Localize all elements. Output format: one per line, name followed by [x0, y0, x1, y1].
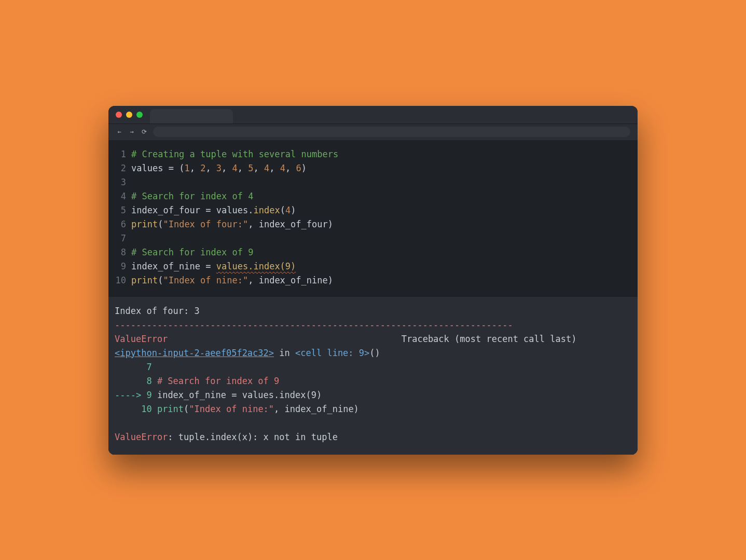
code-text: index_of_nine = values.index(9) [131, 259, 296, 274]
code-line: 1# Creating a tuple with several numbers [114, 147, 632, 161]
code-text: print("Index of four:", index_of_four) [131, 217, 333, 231]
line-number: 4 [114, 189, 131, 203]
code-text: # Search for index of 9 [131, 245, 253, 259]
line-number: 2 [114, 161, 131, 175]
code-text: # Creating a tuple with several numbers [131, 147, 338, 161]
line-number: 10 [114, 274, 131, 288]
code-editor: 1# Creating a tuple with several numbers… [108, 140, 638, 297]
back-icon[interactable]: ← [116, 128, 123, 135]
titlebar [108, 106, 638, 124]
line-number: 9 [114, 259, 131, 274]
address-bar[interactable] [153, 127, 630, 137]
traceback-divider: ----------------------------------------… [115, 318, 631, 332]
blank-line [115, 416, 631, 430]
code-text: print("Index of nine:", index_of_nine) [131, 274, 333, 288]
output-panel: Index of four: 3------------------------… [108, 297, 638, 455]
traceback-error-line: ----> 9 index_of_nine = values.index(9) [115, 388, 631, 402]
code-line: 7 [114, 231, 632, 245]
forward-icon[interactable]: → [128, 128, 135, 135]
traceback-location: <ipython-input-2-aeef05f2ac32> in <cell … [115, 346, 631, 360]
code-text: values = (1, 2, 3, 4, 5, 4, 4, 6) [131, 161, 307, 175]
window-controls [116, 112, 143, 118]
code-line: 4# Search for index of 4 [114, 189, 632, 203]
code-line: 5index_of_four = values.index(4) [114, 203, 632, 217]
stdout-line: Index of four: 3 [115, 304, 631, 318]
traceback-context-line: 7 [115, 360, 631, 374]
code-line: 9index_of_nine = values.index(9) [114, 259, 632, 274]
code-line: 10print("Index of nine:", index_of_nine) [114, 274, 632, 288]
code-line: 6print("Index of four:", index_of_four) [114, 217, 632, 231]
maximize-icon[interactable] [136, 112, 143, 118]
line-number: 3 [114, 175, 131, 189]
code-line: 8# Search for index of 9 [114, 245, 632, 259]
error-header: ValueError Traceback (most recent call l… [115, 332, 631, 346]
line-number: 7 [114, 231, 131, 245]
code-text: index_of_four = values.index(4) [131, 203, 296, 217]
traceback-context-line: 10 print("Index of nine:", index_of_nine… [115, 402, 631, 416]
error-message: ValueError: tuple.index(x): x not in tup… [115, 430, 631, 444]
traceback-context-line: 8 # Search for index of 9 [115, 374, 631, 388]
line-number: 6 [114, 217, 131, 231]
code-text: # Search for index of 4 [131, 189, 253, 203]
line-number: 5 [114, 203, 131, 217]
line-number: 8 [114, 245, 131, 259]
browser-window: ← → ⟳ 1# Creating a tuple with several n… [108, 106, 638, 455]
code-line: 3 [114, 175, 632, 189]
close-icon[interactable] [116, 112, 122, 118]
line-number: 1 [114, 147, 131, 161]
content: 1# Creating a tuple with several numbers… [108, 140, 638, 455]
minimize-icon[interactable] [126, 112, 132, 118]
browser-tab[interactable] [150, 109, 233, 124]
reload-icon[interactable]: ⟳ [141, 128, 148, 135]
code-line: 2values = (1, 2, 3, 4, 5, 4, 4, 6) [114, 161, 632, 175]
navbar: ← → ⟳ [108, 124, 638, 140]
